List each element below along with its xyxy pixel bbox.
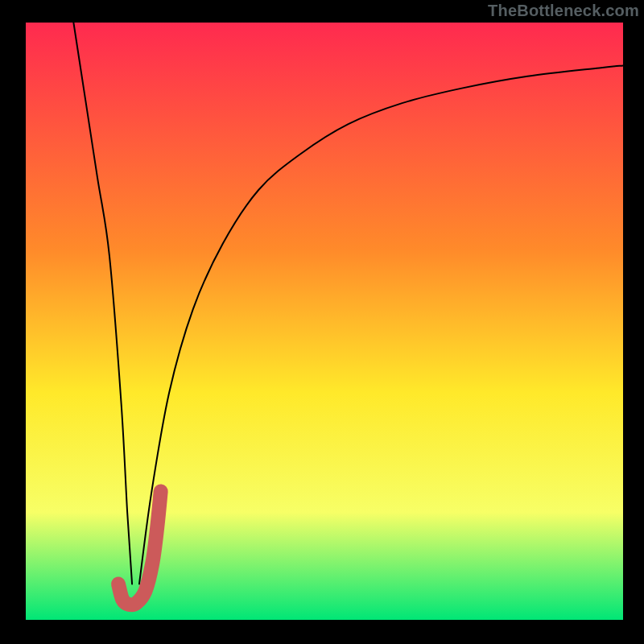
bottleneck-chart	[0, 0, 644, 644]
chart-container: TheBottleneck.com	[0, 0, 644, 644]
watermark-text: TheBottleneck.com	[488, 2, 639, 20]
